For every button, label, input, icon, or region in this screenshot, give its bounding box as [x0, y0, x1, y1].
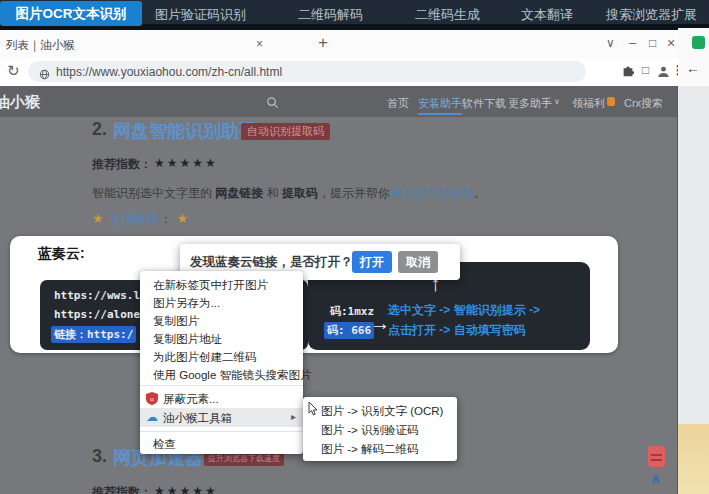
- section3-rating-stars: ★★★★★: [154, 484, 218, 494]
- section2-number: 2.: [92, 119, 107, 140]
- window-close-button[interactable]: ×: [667, 35, 675, 51]
- submenu-arrow-icon: ▸: [291, 411, 296, 422]
- desc-bold-extract-code: 提取码: [282, 186, 318, 200]
- section2-rating-stars: ★★★★★: [154, 156, 218, 170]
- tab-search-chevron-icon[interactable]: ∨: [606, 36, 615, 50]
- code-line: https://wws.l: [54, 289, 140, 302]
- tutorial-link[interactable]: 使用教程: [110, 212, 158, 226]
- site-header: 油小猴 首页 安装助手 软件下载 更多助手 ∨ 领福利 Crx搜索: [0, 86, 677, 117]
- browser-tab-strip: 列表｜油小猴 × + ∨ – □ ×: [0, 30, 678, 59]
- menu-separator: [140, 431, 303, 432]
- tutorial-colon: ：: [160, 212, 172, 226]
- demo-hint-line1: 选中文字 -> 智能识别提示 ->: [388, 302, 540, 319]
- window-maximize-button[interactable]: □: [649, 36, 656, 50]
- context-menu: 在新标签页中打开图片 图片另存为... 复制图片 复制图片地址 为此图片创建二维…: [140, 271, 303, 454]
- quick-tab-extension-search[interactable]: 搜索浏览器扩展: [606, 6, 697, 24]
- dialog-cancel-button[interactable]: 取消: [398, 251, 438, 273]
- search-icon[interactable]: [266, 95, 279, 113]
- menu-item-copy-image-address[interactable]: 复制图片地址: [153, 332, 222, 347]
- quick-tab-qr-generate[interactable]: 二维码生成: [415, 6, 480, 24]
- nav-benefits[interactable]: 领福利: [572, 96, 605, 111]
- desc-text: 智能识别选中文字里的: [92, 186, 215, 200]
- nav-install-helper[interactable]: 安装助手: [418, 96, 462, 115]
- section2-badge: 自动识别提取码: [241, 123, 330, 140]
- window-minimize-button[interactable]: –: [629, 35, 636, 50]
- mouse-cursor-icon: [308, 402, 319, 420]
- menu-item-copy-image[interactable]: 复制图片: [153, 314, 199, 329]
- tab-close-icon[interactable]: ×: [256, 37, 263, 51]
- dialog-open-button[interactable]: 打开: [352, 251, 392, 273]
- menu-item-block-element[interactable]: 屏蔽元素...: [163, 392, 219, 407]
- svg-text:u: u: [150, 396, 153, 402]
- tutorial-row: ★ 使用教程： ★: [92, 209, 188, 228]
- menu-item-create-qr-for-image[interactable]: 为此图片创建二维码: [153, 350, 257, 365]
- browser-tab-title[interactable]: 列表｜油小猴: [6, 38, 75, 53]
- desc-text: ，提示并帮你: [318, 186, 390, 200]
- address-bar[interactable]: https://www.youxiaohou.com/zh-cn/all.htm…: [28, 61, 586, 82]
- desc-link-autofill[interactable]: 自动填写提取码: [390, 186, 474, 200]
- toolbox-submenu: 图片 -> 识别文字 (OCR) 图片 -> 识别验证码 图片 -> 解码二维码: [303, 397, 457, 461]
- password-line: 码:1mxz: [330, 304, 374, 319]
- extension-puzzle-icon[interactable]: [621, 63, 635, 81]
- nav-software-download[interactable]: 软件下载: [462, 96, 506, 111]
- submenu-item-ocr-text[interactable]: 图片 -> 识别文字 (OCR): [321, 404, 443, 419]
- section2-rating-label: 推荐指数：: [92, 156, 152, 173]
- nav-caret-icon: ∨: [554, 97, 560, 106]
- profile-avatar-icon[interactable]: [657, 64, 670, 82]
- hot-icon: [607, 97, 615, 106]
- section3-number: 3.: [92, 446, 107, 467]
- demo-hint-line2: 点击打开 -> 自动填写密码: [388, 322, 526, 339]
- nav-crx-search[interactable]: Crx搜索: [624, 96, 663, 111]
- site-info-globe-icon[interactable]: [39, 66, 50, 84]
- quick-tab-ocr[interactable]: 图片OCR文本识别: [0, 1, 142, 26]
- floating-widget-icon[interactable]: [648, 446, 665, 467]
- section2-title[interactable]: 网盘智能识别助手: [113, 119, 257, 143]
- quick-tab-translate[interactable]: 文本翻译: [521, 6, 573, 24]
- background-extension-icon: [692, 36, 705, 49]
- back-to-top-chevron-icon[interactable]: ∧: [650, 470, 661, 486]
- nav-more-helpers[interactable]: 更多助手: [508, 96, 552, 111]
- menu-item-open-image-new-tab[interactable]: 在新标签页中打开图片: [153, 278, 268, 293]
- url-text[interactable]: https://www.youxiaohou.com/zh-cn/all.htm…: [56, 65, 282, 79]
- background-window-body: [678, 86, 709, 424]
- sidepanel-icon[interactable]: □: [642, 63, 649, 77]
- dialog-message: 发现蓝奏云链接，是否打开？: [190, 254, 353, 271]
- demo-card: 蓝奏云: https://wws.l https://alone 链接：http…: [10, 236, 618, 353]
- desc-text: 。: [474, 186, 486, 200]
- cloud-icon: ☁: [146, 410, 158, 424]
- desc-text: 和: [263, 186, 282, 200]
- password-line-highlighted: 码: 666: [324, 322, 374, 339]
- submenu-item-recognize-captcha[interactable]: 图片 -> 识别验证码: [321, 423, 418, 438]
- submenu-item-decode-qr[interactable]: 图片 -> 解码二维码: [321, 442, 418, 457]
- star-icon: ★: [92, 211, 104, 226]
- new-tab-button[interactable]: +: [318, 33, 328, 53]
- quick-access-bar: 图片OCR文本识别 图片验证码识别 二维码解码 二维码生成 文本翻译 搜索浏览器…: [0, 0, 709, 30]
- nav-home[interactable]: 首页: [387, 96, 409, 111]
- desc-bold-netdisk-link: 网盘链接: [215, 186, 263, 200]
- menu-separator: [140, 385, 303, 386]
- menu-item-label: 油小猴工具箱: [163, 411, 232, 426]
- menu-item-youxiaohou-toolbox[interactable]: ☁ 油小猴工具箱 ▸: [140, 408, 303, 427]
- section2-description: 智能识别选中文字里的 网盘链接 和 提取码，提示并帮你自动填写提取码。: [92, 185, 486, 202]
- code-line: https://alone: [54, 308, 140, 321]
- code-line-highlighted: 链接：https:/: [51, 326, 136, 343]
- menu-item-google-lens-search[interactable]: 使用 Google 智能镜头搜索图片: [153, 368, 311, 383]
- quick-tab-captcha[interactable]: 图片验证码识别: [155, 6, 246, 24]
- demo-provider-label: 蓝奏云:: [38, 245, 85, 263]
- site-logo[interactable]: 油小猴: [0, 93, 40, 112]
- section3-rating-label: 推荐指数：: [92, 484, 152, 494]
- reload-icon[interactable]: ↻: [7, 62, 20, 80]
- arrow-right-icon: →: [370, 312, 390, 335]
- quick-tab-qr-decode[interactable]: 二维码解码: [298, 6, 363, 24]
- menu-item-inspect[interactable]: 检查: [153, 437, 176, 452]
- background-back-arrow-icon: ←: [686, 60, 700, 76]
- background-window-image: [678, 424, 709, 494]
- ublock-shield-icon: u: [146, 391, 158, 409]
- menu-item-save-image-as[interactable]: 图片另存为...: [153, 296, 220, 311]
- star-icon: ★: [177, 211, 189, 226]
- screen: 图片OCR文本识别 图片验证码识别 二维码解码 二维码生成 文本翻译 搜索浏览器…: [0, 0, 709, 494]
